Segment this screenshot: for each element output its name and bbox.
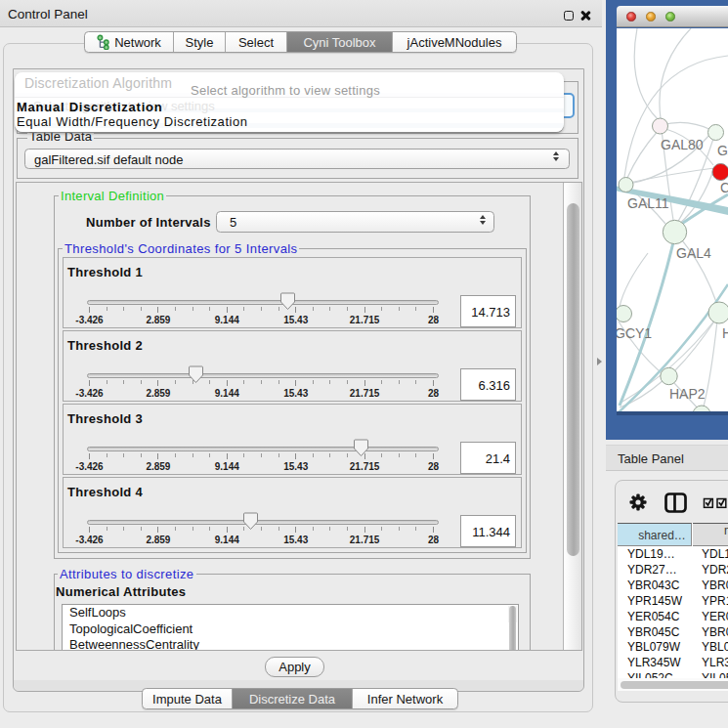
- svg-text:C: C: [720, 180, 728, 195]
- svg-text:GAL4: GAL4: [676, 245, 711, 261]
- svg-text:GCY1: GCY1: [617, 325, 652, 341]
- svg-text:GAL11: GAL11: [627, 195, 669, 211]
- svg-text:GAL80: GAL80: [661, 137, 704, 152]
- svg-text:GA: GA: [717, 143, 728, 158]
- svg-text:HAP2: HAP2: [669, 386, 706, 402]
- svg-text:H: H: [722, 325, 728, 341]
